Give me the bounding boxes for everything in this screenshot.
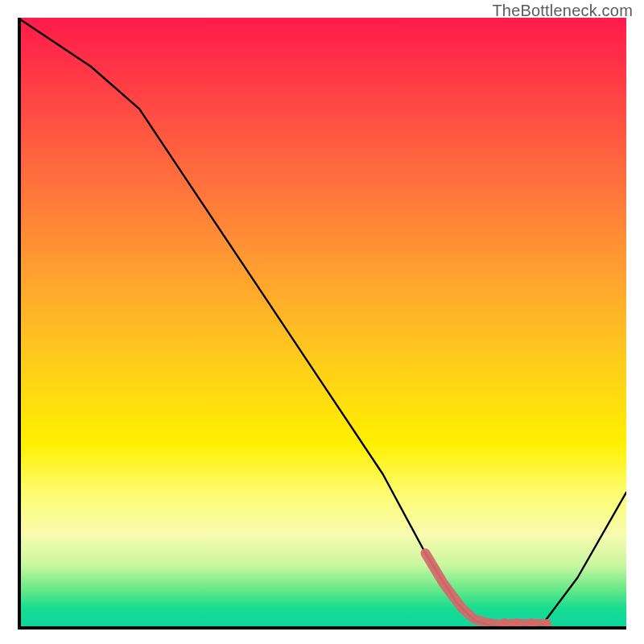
chart-svg [18, 18, 626, 626]
bottleneck-curve-path [18, 18, 626, 626]
chart-container: TheBottleneck.com [0, 0, 644, 644]
accent-highlight-path [426, 553, 544, 624]
watermark-label: TheBottleneck.com [492, 2, 633, 20]
plot-area [18, 18, 626, 626]
x-axis [18, 626, 626, 630]
